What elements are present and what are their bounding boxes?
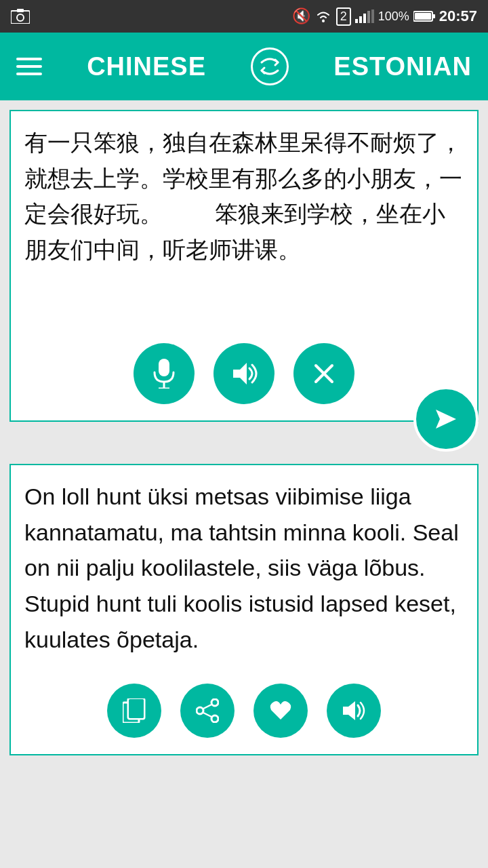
mute-icon: 🔇 (292, 7, 310, 25)
svg-rect-21 (129, 699, 144, 718)
photo-icon (11, 9, 30, 24)
clear-input-button[interactable] (293, 343, 354, 404)
target-language: ESTONIAN (333, 52, 472, 81)
copy-button[interactable] (107, 684, 161, 738)
svg-rect-7 (367, 11, 370, 23)
menu-button[interactable] (16, 58, 42, 75)
svg-rect-10 (415, 13, 431, 20)
content-area: 有一只笨狼，独自在森林里呆得不耐烦了，就想去上学。学校里有那么多的小朋友，一定会… (0, 100, 488, 868)
source-language: CHINESE (87, 52, 206, 81)
output-controls (24, 667, 464, 741)
svg-rect-11 (432, 14, 435, 18)
battery-text: 100% (378, 9, 409, 24)
share-button[interactable] (180, 684, 235, 738)
speaker-output-button[interactable] (327, 684, 381, 738)
favorite-button[interactable] (253, 684, 308, 738)
toolbar: CHINESE ESTONIAN (0, 33, 488, 100)
output-text: On loll hunt üksi metsas viibimise liiga… (24, 479, 464, 667)
microphone-button[interactable] (134, 343, 195, 404)
sim-icon: 2 (336, 7, 351, 26)
svg-marker-18 (436, 410, 456, 429)
battery-icon (413, 10, 435, 22)
swap-languages-button[interactable] (251, 47, 289, 85)
svg-point-23 (197, 707, 203, 714)
speaker-input-button[interactable] (214, 343, 274, 404)
time: 20:57 (439, 7, 477, 25)
signal-icon (355, 9, 374, 23)
svg-line-26 (203, 713, 211, 717)
input-text[interactable]: 有一只笨狼，独自在森林里呆得不耐烦了，就想去上学。学校里有那么多的小朋友，一定会… (24, 125, 464, 327)
translate-button[interactable] (413, 387, 479, 452)
status-bar-left (11, 9, 30, 24)
input-controls (24, 327, 464, 407)
svg-point-3 (322, 20, 325, 22)
svg-point-24 (211, 715, 218, 722)
svg-marker-15 (233, 363, 247, 384)
svg-point-22 (211, 699, 218, 706)
input-panel: 有一只笨狼，独自在森林里呆得不耐烦了，就想去上学。学校里有那么多的小朋友，一定会… (9, 110, 479, 422)
svg-rect-4 (355, 19, 358, 23)
svg-rect-0 (11, 11, 30, 24)
svg-marker-27 (343, 701, 355, 720)
svg-rect-6 (363, 14, 366, 23)
svg-point-1 (17, 14, 24, 21)
svg-rect-5 (359, 16, 362, 23)
svg-rect-2 (17, 9, 24, 12)
wifi-icon (314, 9, 332, 23)
send-btn-wrap (413, 387, 479, 452)
status-bar: 🔇 2 100% (0, 0, 488, 33)
svg-rect-12 (159, 359, 169, 376)
status-bar-right: 🔇 2 100% (292, 7, 477, 26)
output-panel: On loll hunt üksi metsas viibimise liiga… (9, 464, 479, 755)
svg-line-25 (203, 705, 211, 709)
svg-rect-8 (371, 9, 374, 23)
